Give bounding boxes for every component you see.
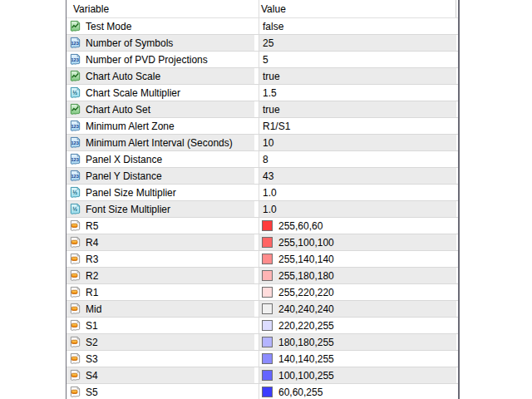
- svg-text:123: 123: [71, 57, 78, 62]
- variable-value[interactable]: 255,180,180: [278, 270, 334, 282]
- bool-icon: [69, 103, 83, 116]
- table-row[interactable]: S3 140,140,255: [66, 351, 458, 367]
- variable-value[interactable]: 255,220,220: [278, 287, 334, 298]
- svg-text:½: ½: [72, 206, 77, 212]
- variable-value[interactable]: false: [263, 21, 283, 32]
- variable-name: R5: [86, 220, 98, 232]
- svg-text:½: ½: [72, 190, 77, 195]
- variable-value[interactable]: 180,180,255: [278, 337, 334, 348]
- color-icon: [69, 319, 83, 332]
- integer-icon: 123: [69, 53, 83, 66]
- column-header-value[interactable]: Value: [261, 3, 286, 15]
- table-row[interactable]: 123 Minimum Alert Interval (Seconds) 10: [66, 135, 458, 151]
- variable-name: Panel Size Multiplier: [86, 187, 176, 199]
- variable-value[interactable]: 43: [263, 170, 273, 182]
- svg-text:½: ½: [72, 90, 77, 96]
- table-header: Variable Value: [66, 0, 458, 18]
- color-icon: [69, 236, 83, 249]
- table-row[interactable]: 123 Minimum Alert Zone R1/S1: [66, 118, 458, 135]
- table-row[interactable]: ½ Chart Scale Multiplier 1.5: [66, 85, 458, 101]
- color-icon: [69, 386, 83, 399]
- color-icon: [69, 352, 83, 366]
- table-row[interactable]: R4 255,100,100: [66, 234, 458, 251]
- bool-icon: [69, 20, 83, 33]
- variable-name: Minimum Alert Zone: [86, 121, 175, 132]
- color-icon: [69, 369, 83, 382]
- table-row[interactable]: R1 255,220,220: [66, 284, 458, 301]
- color-swatch: [262, 387, 273, 397]
- variable-name: Mid: [86, 303, 101, 315]
- variable-value[interactable]: 1.0: [263, 204, 277, 215]
- integer-icon: 123: [69, 37, 83, 50]
- variable-value[interactable]: 8: [263, 154, 268, 165]
- svg-text:123: 123: [71, 140, 78, 145]
- variable-value[interactable]: 255,60,60: [278, 220, 323, 232]
- table-row[interactable]: Chart Auto Scale true: [66, 68, 458, 85]
- table-row[interactable]: S4 100,100,255: [66, 367, 458, 384]
- svg-text:123: 123: [71, 124, 78, 129]
- variable-value[interactable]: R1/S1: [263, 121, 290, 132]
- variable-value[interactable]: 60,60,255: [278, 387, 323, 398]
- integer-icon: 123: [69, 136, 83, 150]
- table-row[interactable]: R2 255,180,180: [66, 268, 458, 284]
- variable-value[interactable]: 140,140,255: [278, 353, 334, 365]
- double-icon: ½: [69, 186, 83, 200]
- variable-name: S1: [86, 320, 98, 332]
- variable-value[interactable]: 255,100,100: [278, 237, 334, 249]
- table-row[interactable]: ½ Font Size Multiplier 1.0: [66, 201, 458, 218]
- table-row[interactable]: S2 180,180,255: [66, 334, 458, 351]
- svg-text:123: 123: [71, 41, 78, 46]
- svg-text:123: 123: [71, 157, 78, 162]
- variable-name: Chart Auto Set: [86, 104, 150, 116]
- variable-name: Font Size Multiplier: [86, 204, 170, 215]
- column-header-variable[interactable]: Variable: [73, 3, 109, 15]
- variable-name: S2: [86, 337, 98, 348]
- variable-value[interactable]: 220,220,255: [278, 320, 334, 332]
- color-icon: [69, 303, 83, 316]
- table-row[interactable]: ½ Panel Size Multiplier 1.0: [66, 185, 458, 201]
- variable-name: Number of Symbols: [86, 37, 173, 49]
- variable-value[interactable]: true: [263, 104, 280, 116]
- table-row[interactable]: R5 255,60,60: [66, 218, 458, 234]
- variable-name: R2: [86, 270, 98, 282]
- color-swatch: [262, 353, 273, 364]
- bool-icon: [69, 70, 83, 83]
- color-swatch: [262, 237, 273, 248]
- table-row[interactable]: Chart Auto Set true: [66, 101, 458, 118]
- svg-text:123: 123: [71, 174, 78, 179]
- table-row[interactable]: 123 Panel X Distance 8: [66, 151, 458, 168]
- color-swatch: [262, 287, 273, 298]
- variable-value[interactable]: 10: [263, 137, 273, 149]
- table-row[interactable]: 123 Number of PVD Projections 5: [66, 52, 458, 68]
- table-row[interactable]: Test Mode false: [66, 18, 458, 35]
- color-swatch: [262, 303, 273, 314]
- color-swatch: [262, 370, 273, 381]
- variable-value[interactable]: 25: [263, 37, 273, 49]
- table-row[interactable]: 123 Number of Symbols 25: [66, 35, 458, 52]
- variable-value[interactable]: 240,240,240: [278, 303, 334, 315]
- variable-value[interactable]: 1.5: [263, 87, 277, 99]
- variable-value[interactable]: true: [263, 71, 280, 82]
- double-icon: ½: [69, 203, 83, 216]
- variable-name: Chart Scale Multiplier: [86, 87, 180, 99]
- integer-icon: 123: [69, 153, 83, 166]
- table-row[interactable]: S1 220,220,255: [66, 318, 458, 334]
- variable-value[interactable]: 100,100,255: [278, 370, 334, 382]
- double-icon: ½: [69, 86, 83, 100]
- variable-name: Test Mode: [86, 21, 131, 32]
- variable-name: S5: [86, 387, 98, 398]
- color-swatch: [262, 320, 273, 331]
- color-icon: [69, 269, 83, 283]
- variable-value[interactable]: 255,140,140: [278, 254, 334, 265]
- variable-name: R1: [86, 287, 98, 298]
- table-row[interactable]: 123 Panel Y Distance 43: [66, 168, 458, 185]
- color-icon: [69, 253, 83, 266]
- variable-name: S3: [86, 353, 98, 365]
- table-row[interactable]: Mid 240,240,240: [66, 301, 458, 318]
- table-row[interactable]: S5 60,60,255: [66, 384, 458, 399]
- table-row[interactable]: R3 255,140,140: [66, 251, 458, 268]
- color-icon: [69, 286, 83, 299]
- input-parameters-table: Variable Value Test Mode false 1: [66, 0, 460, 399]
- variable-value[interactable]: 5: [263, 54, 268, 66]
- variable-value[interactable]: 1.0: [263, 187, 277, 199]
